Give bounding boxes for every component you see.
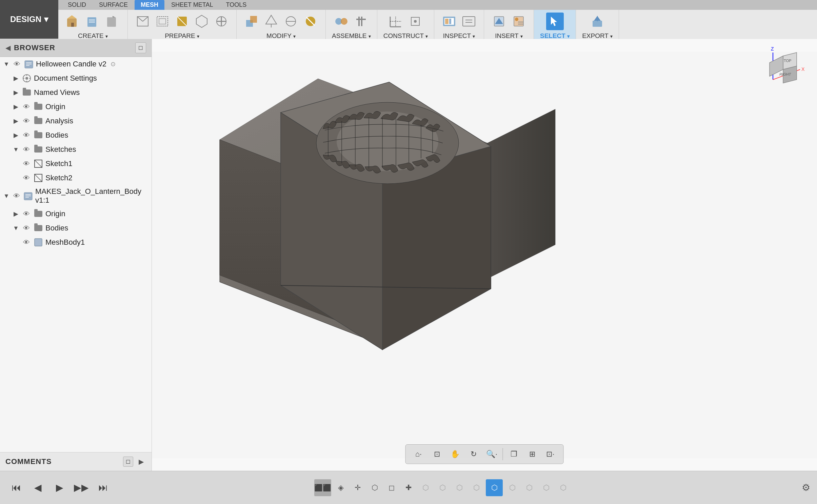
tb-icon4[interactable]: ◻ <box>384 480 399 495</box>
expand-root[interactable]: ▼ <box>3 60 10 68</box>
tab-tools[interactable]: TOOLS <box>220 0 253 10</box>
eye-meshbody1[interactable]: 👁 <box>22 238 31 247</box>
svg-text:TOP: TOP <box>784 59 791 63</box>
tab-sheet-metal[interactable]: SHEET METAL <box>165 0 219 10</box>
eye-bodies[interactable]: 👁 <box>22 130 31 140</box>
expand-comp-bodies[interactable]: ▼ <box>12 224 20 232</box>
svg-marker-1 <box>67 15 77 19</box>
svg-marker-7 <box>113 16 115 17</box>
create-group[interactable]: CREATE ▾ <box>58 10 128 42</box>
tb-icon3[interactable]: ⬡ <box>367 480 382 495</box>
tab-surface[interactable]: SURFACE <box>93 0 134 10</box>
tree-item-origin[interactable]: ▶ 👁 Origin <box>0 100 152 114</box>
analysis-label: Analysis <box>45 117 73 125</box>
tree-item-comp-bodies[interactable]: ▼ 👁 Bodies <box>0 221 152 235</box>
expand-bodies[interactable]: ▶ <box>12 132 20 139</box>
tab-solid[interactable]: SOLID <box>62 0 92 10</box>
tb-icon1[interactable]: ◈ <box>333 480 348 495</box>
expand-origin[interactable]: ▶ <box>12 103 20 110</box>
modify-group[interactable]: MODIFY ▾ <box>237 10 326 42</box>
tb-icon6[interactable]: ⬡ <box>418 480 433 495</box>
vp-orbit-btn[interactable]: ↻ <box>466 447 481 462</box>
export-group[interactable]: EXPORT ▾ <box>576 10 619 42</box>
eye-comp-origin[interactable]: 👁 <box>22 209 31 219</box>
tb-active-icon[interactable]: ⬡ <box>486 479 503 496</box>
assemble-group[interactable]: ASSEMBLE ▾ <box>326 10 377 42</box>
expand-doc-settings[interactable]: ▶ <box>12 75 20 82</box>
design-menu-button[interactable]: DESIGN ▾ <box>0 0 58 39</box>
prepare-icon-2 <box>154 13 171 30</box>
tab-mesh[interactable]: MESH <box>135 0 164 10</box>
timeline-play-btn[interactable]: ▶ <box>50 478 69 497</box>
select-label: SELECT ▾ <box>540 32 570 40</box>
icon-component <box>23 191 33 201</box>
svg-rect-52 <box>593 21 602 27</box>
timeline-end-btn[interactable]: ⏭ <box>94 478 113 497</box>
tb-icon13[interactable]: ⬡ <box>556 480 571 495</box>
tree-item-named-views[interactable]: ▶ Named Views <box>0 85 152 100</box>
tree-item-bodies[interactable]: ▶ 👁 Bodies <box>0 128 152 142</box>
eye-origin[interactable]: 👁 <box>22 102 31 112</box>
comments-collapse-btn[interactable]: □ <box>123 457 133 467</box>
vp-home-btn[interactable]: ⌂· <box>411 447 426 462</box>
timeline-start-btn[interactable]: ⏮ <box>7 478 26 497</box>
timeline-next-btn[interactable]: ▶▶ <box>72 478 91 497</box>
eye-comp-bodies[interactable]: 👁 <box>22 223 31 233</box>
export-icon <box>589 13 606 30</box>
timeline-prev-btn[interactable]: ◀ <box>28 478 47 497</box>
select-group[interactable]: SELECT ▾ <box>534 10 576 42</box>
svg-rect-42 <box>463 17 475 26</box>
svg-marker-15 <box>196 15 207 27</box>
sidebar-expand-icon[interactable]: ◀ <box>5 44 11 52</box>
settings-icon[interactable]: ⚙ <box>802 482 810 493</box>
vp-pan-btn[interactable]: ✋ <box>448 447 463 462</box>
tb-grid-icon[interactable]: ⬛⬛ <box>314 479 331 496</box>
eye-analysis[interactable]: 👁 <box>22 116 31 126</box>
comments-expand-btn[interactable]: ▶ <box>136 457 146 467</box>
expand-sketches[interactable]: ▼ <box>12 146 20 153</box>
tb-icon9[interactable]: ⬡ <box>469 480 484 495</box>
eye-sketch1[interactable]: 👁 <box>22 159 31 168</box>
construct-group[interactable]: CONSTRUCT ▾ <box>377 10 434 42</box>
tree-item-sketch2[interactable]: 👁 Sketch2 <box>0 171 152 185</box>
tb-icon12[interactable]: ⬡ <box>539 480 554 495</box>
prepare-icon-1 <box>134 13 152 30</box>
expand-named-views[interactable]: ▶ <box>12 89 20 96</box>
vp-frame-btn[interactable]: ⊡ <box>430 447 444 462</box>
sidebar-tree: ▼ 👁 Helloween Candle v2 ⊙ ▶ Document Set… <box>0 57 152 452</box>
view-cube[interactable]: Z X TOP RIGHT <box>766 46 807 90</box>
vp-grid-btn1[interactable]: ⊞ <box>525 447 540 462</box>
tree-item-comp-origin[interactable]: ▶ 👁 Origin <box>0 207 152 221</box>
construct-icon-2 <box>406 13 424 30</box>
tree-item-doc-settings[interactable]: ▶ Document Settings <box>0 71 152 85</box>
icon-named-views <box>22 87 32 98</box>
vp-display-btn[interactable]: ❐ <box>506 447 521 462</box>
inspect-group[interactable]: INSPECT ▾ <box>434 10 484 42</box>
vp-grid-btn2[interactable]: ⊡· <box>543 447 558 462</box>
tree-item-sketch1[interactable]: 👁 Sketch1 <box>0 157 152 171</box>
tb-icon11[interactable]: ⬡ <box>522 480 537 495</box>
tree-item-analysis[interactable]: ▶ 👁 Analysis <box>0 114 152 128</box>
eye-root[interactable]: 👁 <box>12 59 22 69</box>
tree-item-sketches[interactable]: ▼ 👁 Sketches <box>0 142 152 157</box>
insert-group[interactable]: INSERT ▾ <box>484 10 534 42</box>
tb-icon7[interactable]: ⬡ <box>435 480 450 495</box>
tree-item-meshbody1[interactable]: 👁 MeshBody1 <box>0 235 152 249</box>
expand-component[interactable]: ▼ <box>3 192 10 200</box>
tree-item-component[interactable]: ▼ 👁 MAKES_Jack_O_Lantern_Body v1:1 <box>0 185 152 207</box>
eye-sketches[interactable]: 👁 <box>22 145 31 154</box>
sidebar-collapse-button[interactable]: □ <box>135 42 146 53</box>
vp-zoom-btn[interactable]: 🔍· <box>484 447 499 462</box>
tb-icon8[interactable]: ⬡ <box>452 480 467 495</box>
tb-icon10[interactable]: ⬡ <box>505 480 520 495</box>
expand-comp-origin[interactable]: ▶ <box>12 210 20 218</box>
tree-item-root[interactable]: ▼ 👁 Helloween Candle v2 ⊙ <box>0 57 152 71</box>
3d-viewport[interactable]: Z X TOP RIGHT ⌂· ⊡ ✋ ↻ 🔍· ❐ ⊞ ⊡· <box>152 39 817 471</box>
eye-sketch2[interactable]: 👁 <box>22 173 31 183</box>
tb-icon2[interactable]: ✛ <box>350 480 365 495</box>
prepare-group[interactable]: PREPARE ▾ <box>128 10 237 42</box>
expand-analysis[interactable]: ▶ <box>12 117 20 125</box>
viewport-toolbar: ⌂· ⊡ ✋ ↻ 🔍· ❐ ⊞ ⊡· <box>405 444 564 464</box>
eye-component[interactable]: 👁 <box>12 191 21 201</box>
tb-icon5[interactable]: ✚ <box>401 480 416 495</box>
